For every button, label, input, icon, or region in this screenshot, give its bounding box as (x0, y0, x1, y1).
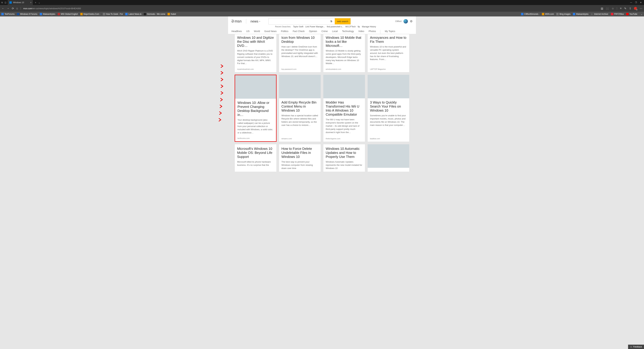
profile-icon[interactable] (634, 7, 637, 10)
favorite-label: TenForums (4, 13, 14, 15)
recent-searches: Recent Searches: Taylor SwiftLink Power … (275, 26, 412, 28)
new-tab-icon[interactable]: + (35, 1, 36, 4)
article-card[interactable]: How to Force Delete Undeletable Files in… (279, 144, 321, 172)
article-card[interactable]: Add Empty Recycle Bin Context Menu in Wi… (279, 75, 321, 142)
close-window-icon[interactable]: ✕ (640, 1, 642, 4)
settings-gear-icon[interactable]: ⚙ (410, 20, 412, 23)
more-icon[interactable]: ⋯ (640, 7, 642, 10)
favorite-item[interactable]: Bing images (556, 13, 570, 15)
recent-search-link[interactable]: find powershell v... (327, 26, 344, 28)
nav-item[interactable]: Technology (342, 30, 354, 34)
nav-item[interactable]: Local (332, 30, 338, 34)
nav-item[interactable]: Good News (264, 30, 276, 34)
card-desc: WinX DVD Ripper Platinum is a DVD Rippin… (237, 49, 274, 65)
card-desc: Windows has a special location called Re… (282, 114, 318, 135)
card-desc: The best way to prevent your Windows com… (282, 160, 318, 170)
tabs-preview-icon[interactable]: ◫ (4, 1, 6, 4)
favorite-item[interactable]: Kabel (168, 13, 176, 15)
article-card[interactable]: Windows 10 and Digitize the Disc with Wi… (234, 34, 276, 72)
nav-item[interactable]: Opinion (309, 30, 317, 34)
favorite-item[interactable]: MajorGeeks.Com - (80, 13, 100, 15)
favorite-label: Malwarebytes (576, 13, 588, 15)
search-input[interactable] (269, 18, 328, 24)
favorite-item[interactable]: ☆Internet Archive: (591, 13, 608, 15)
favorite-item[interactable]: Gizmodo - We come (144, 13, 165, 15)
favorite-item[interactable]: MSN.com (542, 13, 554, 15)
bing-search-icon[interactable]: b (328, 18, 335, 24)
nav-item[interactable]: Headlines (232, 30, 242, 34)
favorite-item[interactable]: FRITZ!Box (611, 13, 624, 15)
favorite-item[interactable]: MSI Global English (58, 13, 78, 15)
chevron-right-icon (220, 64, 224, 68)
article-card[interactable]: Microsoft's Windows 10 Mobile OS: Beyond… (234, 144, 276, 172)
share-icon[interactable]: ⇪ (629, 7, 631, 10)
forward-icon[interactable]: → (7, 7, 10, 10)
browser-toolbar: ← → ⟳ ⌂ | msn.com/en-us/news/topic/windo… (0, 5, 644, 12)
article-card[interactable] (368, 144, 410, 172)
favorite-item[interactable]: How-To Geek - For (103, 13, 123, 15)
minimize-icon[interactable]: — (630, 1, 632, 4)
nav-item[interactable]: Crime (322, 30, 328, 34)
nav-item[interactable]: Video (358, 30, 364, 34)
nav-item[interactable]: Fact Check (293, 30, 305, 34)
recent-search-link[interactable]: Taylor Swift (293, 26, 303, 28)
card-desc: Your desktop background (also called wal… (238, 118, 274, 134)
favorite-favicon: ☆ (591, 13, 593, 15)
article-card[interactable]: Annoyances and How to Fix ThemWindows 10… (368, 34, 410, 72)
favorite-item[interactable]: Malwarebytes (573, 13, 588, 15)
recent-search-link[interactable]: ftp (358, 26, 360, 28)
section-dropdown[interactable]: news ▾ (250, 20, 260, 23)
article-card[interactable]: 3 Ways to Quickly Search Your Files on W… (368, 75, 410, 142)
favorite-favicon (626, 13, 628, 15)
article-card[interactable]: Modder Has Transformed His Wii U Into A … (323, 75, 365, 142)
article-card[interactable]: Icon from Windows 10 DesktopHow can I de… (279, 34, 321, 72)
msn-header: ᘐ msn news ▾ b web search Clifford ⚙ (228, 17, 416, 34)
favorite-item[interactable]: Malwarebytes (40, 13, 55, 15)
favorite-favicon (17, 13, 19, 15)
notes-icon[interactable]: ✎ (624, 7, 626, 10)
nav-item[interactable]: Politics (281, 30, 288, 34)
card-source: baatkar.com (368, 136, 409, 142)
user-name[interactable]: Clifford (395, 20, 402, 23)
nav-item[interactable]: Photos (368, 30, 376, 34)
tab-favicon (10, 1, 12, 4)
favorites-overflow-icon[interactable]: ⌄ (641, 13, 643, 16)
favorite-item[interactable]: Windows 8 Forums (17, 13, 38, 15)
nav-item[interactable]: US (246, 30, 250, 34)
toolbar-right: ▥ ▯▯ ☆ | ≡ ✎ ⇪ ⋯ (601, 7, 642, 10)
tabs-chevron-icon[interactable]: ⌄ (38, 1, 40, 4)
browser-tab-active[interactable]: Windows 10 × (8, 0, 33, 5)
nav-item[interactable]: World (254, 30, 260, 34)
article-card[interactable]: Windows 10 Automatic Updates and How to … (323, 144, 365, 172)
card-desc: Microsoft killed its phone hardware busi… (237, 160, 274, 170)
refresh-icon[interactable]: ⟳ (12, 7, 14, 10)
chevron-right-icon (220, 71, 224, 75)
back-icon[interactable]: ← (2, 7, 4, 10)
favorite-star-icon[interactable]: ☆ (612, 7, 614, 10)
favorite-item[interactable]: TenForums (1, 13, 14, 15)
user-avatar[interactable] (404, 19, 408, 24)
recent-search-link[interactable]: Manage History (362, 26, 376, 28)
tab-close-icon[interactable]: × (30, 1, 32, 4)
msn-logo[interactable]: ᘐ msn (232, 19, 242, 24)
reading-view-icon[interactable]: ▯▯ (606, 7, 609, 10)
address-bar[interactable]: msn.com/en-us/news/topic/windows%2010?oc… (23, 7, 81, 10)
recent-search-link[interactable]: WCCFTech (345, 26, 356, 28)
card-thumbnail (235, 75, 276, 99)
hub-icon[interactable]: ≡ (620, 7, 622, 10)
maximize-icon[interactable]: ❐ (635, 1, 637, 4)
tabs-aside-icon[interactable]: ⧉ (1, 1, 3, 4)
favorite-item[interactable]: CliffordSimonds - (521, 13, 540, 15)
card-source: windowslatest.com (323, 67, 365, 72)
recent-label: Recent Searches: (275, 26, 291, 28)
nav-my-topics[interactable]: My Topics (385, 30, 395, 34)
card-title: 3 Ways to Quickly Search Your Files on W… (370, 100, 407, 112)
web-search-button[interactable]: web search (335, 18, 350, 24)
recent-search-link[interactable]: Link Power Manage... (306, 26, 325, 28)
favorite-item[interactable]: Latest News & (125, 13, 142, 15)
article-card[interactable]: Windows 10 Mobile that looks a lot like … (323, 34, 365, 72)
home-icon[interactable]: ⌂ (16, 7, 18, 10)
favorite-item[interactable]: YouTube (626, 13, 637, 15)
tracking-prevention-icon[interactable]: ▥ (601, 7, 603, 10)
article-card-highlighted[interactable]: Windows 10: Allow or Prevent Changing De… (234, 75, 276, 142)
